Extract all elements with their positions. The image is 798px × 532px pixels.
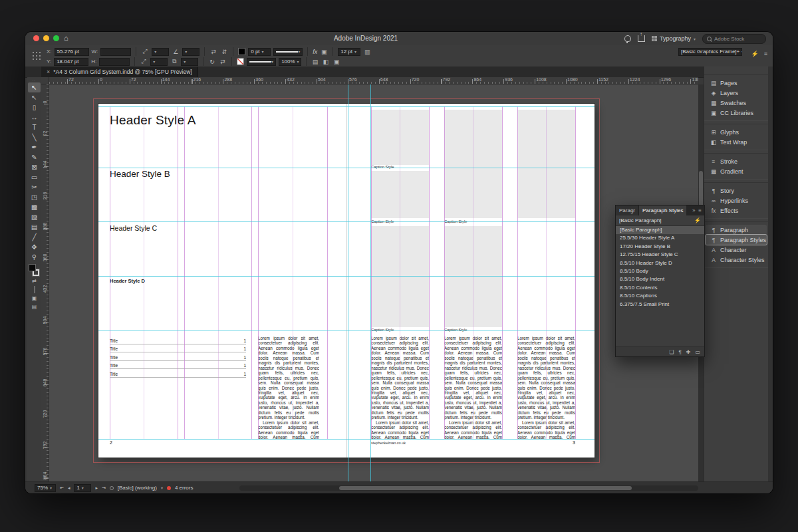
previous-page-button[interactable]: ◂ [68,485,70,491]
current-style-field[interactable]: [Basic Paragraph] ⚡ [616,215,704,226]
type-tool[interactable]: T [28,122,41,132]
flip-vertical-icon[interactable]: ⇵ [220,49,228,55]
corner-radius-field[interactable]: 12 pt▾ [338,48,360,56]
style-row[interactable]: 8.5/10 Captions [616,292,704,300]
style-row[interactable]: 8.5/10 Contents [616,284,704,292]
quick-apply-icon[interactable]: ⚡ [694,217,701,223]
style-row[interactable]: 8.5/10 Header Style D [616,259,704,267]
style-row[interactable]: 8.5/10 Body [616,267,704,275]
note-tool[interactable]: ▤ [28,222,41,232]
style-row[interactable]: 25.5/30 Header Style A [616,234,704,242]
dock-item-hyperlinks[interactable]: ∞Hyperlinks [706,196,767,205]
dock-item-gradient[interactable]: ▩Gradient [706,166,767,176]
workspace-switcher[interactable]: Typography ▾ [652,35,696,42]
gpu-bolt-icon[interactable]: ⚡ [751,51,759,57]
dock-item-paragraph-styles[interactable]: ¶Paragraph Styles [706,235,767,245]
gradient-swatch-tool[interactable]: ▩ [28,202,41,212]
stroke-weight-field[interactable]: 0 pt▾ [248,48,271,56]
dock-item-pages[interactable]: ▤Pages [706,78,767,88]
x-field[interactable]: 55.276 pt [55,48,89,56]
line-tool[interactable]: ╲ [28,132,41,142]
scissors-tool[interactable]: ✂ [28,182,41,192]
clear-overrides-icon[interactable]: ¶ [678,349,681,355]
lightbulb-icon[interactable] [624,35,631,42]
collapse-panel-icon[interactable]: » [692,207,695,213]
y-field[interactable]: 18.047 pt [54,58,88,66]
dock-item-layers[interactable]: ◈Layers [706,88,767,98]
flip-horizontal-icon[interactable]: ⇄ [209,49,217,55]
direct-selection-tool[interactable]: ↖ [28,92,41,102]
next-page-button[interactable]: ▸ [95,485,98,491]
dock-item-swatches[interactable]: ▦Swatches [706,98,767,108]
tab-paragraph-styles[interactable]: Paragraph Styles [639,205,686,215]
zoom-tool[interactable]: ⚲ [28,252,41,262]
horizontal-scrollbar[interactable] [239,485,698,491]
eyedropper-tool[interactable]: ╱ [28,232,41,242]
object-style-dropdown[interactable]: [Basic Graphics Frame]+▾ [678,48,742,56]
fill-stroke-controls[interactable] [29,265,41,277]
preflight-menu-chevron[interactable]: ▾ [161,485,163,490]
delete-style-icon[interactable]: ▭ [695,349,700,355]
share-icon[interactable]: ↑ [638,35,645,42]
home-icon[interactable]: ⌂ [64,34,68,43]
page-tool[interactable]: ▯ [28,102,41,112]
canvas-pasteboard[interactable]: Caption Style Caption Style Caption Styl… [49,84,698,481]
zoom-window-button[interactable] [53,35,59,41]
body-text-frame[interactable]: Lorem ipsum dolor sit amet, consectetuer… [258,336,319,440]
panel-menu-icon[interactable]: ≡ [764,51,767,57]
dock-item-effects[interactable]: fxEffects [706,205,767,215]
vertical-ruler[interactable]: 72072144216288360432504576648720792864 [41,84,49,481]
error-count[interactable]: 4 errors [175,485,194,491]
stroke-type-dropdown[interactable]: ▾ [247,58,276,66]
dock-item-stroke[interactable]: ≡Stroke [706,156,767,166]
rectangle-frame-tool[interactable]: ⊠ [28,162,41,172]
rectangle-tool[interactable]: ▭ [28,172,41,182]
stock-search-input[interactable]: Adobe Stock [702,34,766,44]
drop-shadow-icon[interactable]: ▣ [320,49,328,55]
scale-y-field[interactable]: ▾ [150,58,168,66]
hand-tool[interactable]: ✥ [28,242,41,252]
page-number-field[interactable]: 1▾ [74,484,91,492]
h-field[interactable] [99,58,130,66]
ruler-origin-corner[interactable] [41,77,49,84]
gap-tool[interactable]: ↔ [28,112,41,122]
close-tab-icon[interactable]: × [47,68,50,75]
apply-none-button[interactable] [28,285,41,294]
dock-item-text-wrap[interactable]: ◧Text Wrap [706,137,767,147]
close-window-button[interactable] [33,35,39,41]
rotation-field[interactable]: ▾ [182,48,200,56]
free-transform-tool[interactable]: ◳ [28,192,41,202]
horizontal-scrollbar-thumb[interactable] [339,486,632,490]
text-wrap-icon[interactable]: ◧ [322,59,330,65]
style-group-icon[interactable]: ❏ [669,349,674,355]
header-style-a[interactable]: Header Style A [110,113,196,128]
dock-item-story[interactable]: ¶Story [706,186,767,196]
effects-fx-button[interactable]: fx [313,49,317,55]
pencil-tool[interactable]: ✎ [28,152,41,162]
dock-item-character-styles[interactable]: ACharacter Styles [706,255,767,265]
dock-item-paragraph[interactable]: ¶Paragraph [706,225,767,235]
style-row[interactable]: 6.375/7.5 Small Print [616,301,704,309]
header-style-b[interactable]: Header Style B [110,169,170,179]
stroke-color-swatch[interactable] [238,48,245,55]
dock-item-character[interactable]: ACharacter [706,245,767,255]
header-style-d[interactable]: Header Style D [110,278,145,284]
dock-item-glyphs[interactable]: ⊞Glyphs [706,127,767,137]
formatting-affects-container-button[interactable]: ▣ [28,294,41,303]
shear-field[interactable]: ▾ [181,58,198,66]
style-row[interactable]: 12.75/15 Header Style C [616,251,704,259]
reference-point-proxy[interactable] [32,51,41,61]
swap-icon[interactable]: ⇄ [219,59,227,65]
fill-none-swatch[interactable] [237,58,244,65]
style-row[interactable]: 8.5/10 Body Indent [616,275,704,283]
new-style-icon[interactable]: ✚ [686,349,691,355]
first-page-button[interactable]: ⇤ [60,485,64,491]
document-tab[interactable]: × *A4 3 Column Grid System.indd @ 75% [G… [41,66,198,77]
gradient-feather-tool[interactable]: ▨ [28,212,41,222]
tab-paragraph[interactable]: Paragr [616,205,639,215]
last-page-button[interactable]: ⇥ [102,485,106,491]
pen-tool[interactable]: ✒ [28,142,41,152]
horizontal-ruler[interactable]: 7207214421628836043250457664872079286493… [49,77,698,84]
align-columns-icon[interactable]: ▥ [363,49,371,55]
header-style-c[interactable]: Header Style C [110,224,157,232]
